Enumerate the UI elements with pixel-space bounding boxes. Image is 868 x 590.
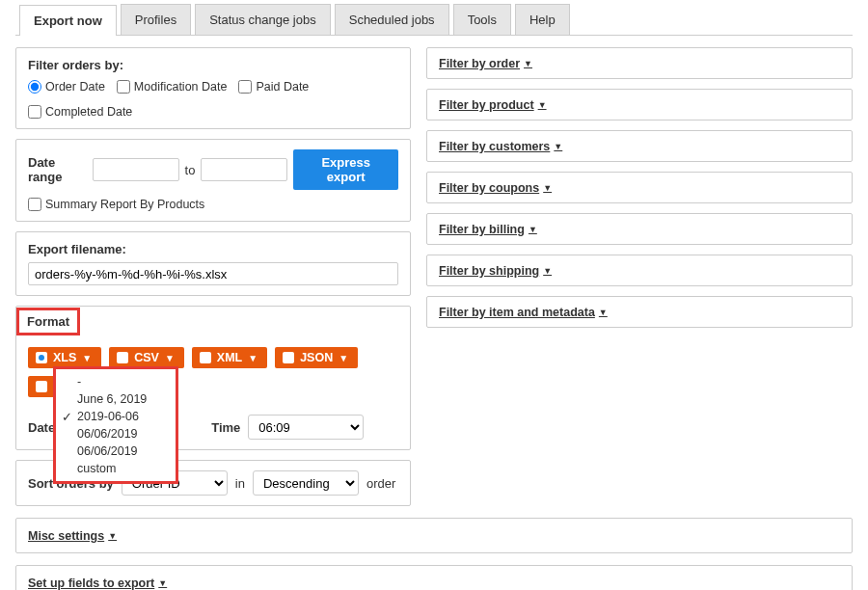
radio-paid-date-input[interactable] xyxy=(238,80,252,94)
setup-fields-label: Set up fields to export xyxy=(28,577,154,590)
tab-status-change[interactable]: Status change jobs xyxy=(195,4,331,35)
radio-order-date-label: Order Date xyxy=(45,80,105,94)
caret-down-icon: ▼ xyxy=(158,578,167,588)
date-range-to: to xyxy=(185,163,196,177)
filter-by-order[interactable]: Filter by order▼ xyxy=(426,47,853,79)
date-from-input[interactable] xyxy=(93,158,179,181)
filter-by-customers-label: Filter by customers xyxy=(439,140,550,153)
filter-by-billing[interactable]: Filter by billing▼ xyxy=(426,213,853,245)
filter-by-coupons-label: Filter by coupons xyxy=(439,181,539,195)
filter-by-product[interactable]: Filter by product▼ xyxy=(426,89,853,121)
format-json[interactable]: JSON▼ xyxy=(275,347,358,368)
tab-tools[interactable]: Tools xyxy=(453,4,511,35)
format-json-radio[interactable] xyxy=(283,352,294,363)
radio-modification-date-input[interactable] xyxy=(117,80,130,94)
filter-by-customers[interactable]: Filter by customers▼ xyxy=(426,130,853,162)
filter-by-shipping-label: Filter by shipping xyxy=(439,264,539,278)
radio-paid-date[interactable]: Paid Date xyxy=(238,80,309,94)
summary-report-input[interactable] xyxy=(28,198,41,211)
caret-down-icon: ▼ xyxy=(339,353,348,363)
main-tabs: Export now Profiles Status change jobs S… xyxy=(15,4,853,36)
filter-by-item-metadata-label: Filter by item and metadata xyxy=(439,306,595,319)
filter-by-order-label: Filter by order xyxy=(439,57,520,70)
express-export-button[interactable]: Express export xyxy=(293,149,398,190)
format-panel: Format XLS▼ CSV▼ XML▼ JSON▼ TSV▼ PDF - J… xyxy=(15,306,411,450)
dropdown-opt-2[interactable]: 2019-06-06 xyxy=(56,408,176,425)
summary-report-checkbox[interactable]: Summary Report By Products xyxy=(28,198,204,211)
setup-fields-panel[interactable]: Set up fields to export▼ xyxy=(15,565,853,590)
misc-settings-label: Misc settings xyxy=(28,529,104,543)
time-label: Time xyxy=(211,420,240,435)
export-filename-input[interactable] xyxy=(28,262,398,285)
radio-completed-date-input[interactable] xyxy=(28,105,41,119)
format-tsv-radio[interactable] xyxy=(36,381,47,392)
tab-profiles[interactable]: Profiles xyxy=(121,4,191,35)
date-range-panel: Date range to Express export Summary Rep… xyxy=(15,139,411,222)
radio-completed-date[interactable]: Completed Date xyxy=(28,105,132,119)
dropdown-opt-0[interactable]: - xyxy=(56,373,176,390)
caret-down-icon: ▼ xyxy=(538,100,547,110)
date-label: Date xyxy=(28,420,55,435)
format-csv-radio[interactable] xyxy=(117,352,128,363)
filter-orders-panel: Filter orders by: Order Date Modificatio… xyxy=(15,47,411,129)
caret-down-icon: ▼ xyxy=(543,266,552,276)
radio-order-date[interactable]: Order Date xyxy=(28,80,105,94)
format-title: Format xyxy=(16,308,80,335)
format-xml-label: XML xyxy=(217,351,242,364)
format-xml[interactable]: XML▼ xyxy=(192,347,267,368)
sort-dir-select[interactable]: Descending xyxy=(253,470,359,496)
caret-down-icon: ▼ xyxy=(543,183,552,193)
summary-report-label: Summary Report By Products xyxy=(45,198,204,211)
filter-by-shipping[interactable]: Filter by shipping▼ xyxy=(426,255,853,286)
caret-down-icon: ▼ xyxy=(165,353,175,363)
dropdown-opt-4[interactable]: 06/06/2019 xyxy=(56,442,176,460)
time-select[interactable]: 06:09 xyxy=(248,415,364,440)
caret-down-icon: ▼ xyxy=(554,142,562,151)
radio-paid-date-label: Paid Date xyxy=(256,80,309,94)
format-xls-label: XLS xyxy=(53,351,76,364)
format-csv[interactable]: CSV▼ xyxy=(109,347,184,368)
filter-by-product-label: Filter by product xyxy=(439,98,534,112)
dropdown-opt-1[interactable]: June 6, 2019 xyxy=(56,390,176,408)
dropdown-opt-5[interactable]: custom xyxy=(56,460,176,477)
filter-orders-label: Filter orders by: xyxy=(28,58,398,72)
format-xml-radio[interactable] xyxy=(200,352,211,363)
format-xls-radio[interactable] xyxy=(36,352,47,363)
tab-export-now[interactable]: Export now xyxy=(19,5,117,36)
filter-by-item-metadata[interactable]: Filter by item and metadata▼ xyxy=(426,296,853,328)
export-filename-label: Export filename: xyxy=(28,242,398,256)
tab-scheduled[interactable]: Scheduled jobs xyxy=(335,4,449,35)
format-xls[interactable]: XLS▼ xyxy=(28,347,101,368)
date-format-dropdown[interactable]: - June 6, 2019 2019-06-06 06/06/2019 06/… xyxy=(53,366,178,484)
dropdown-opt-3[interactable]: 06/06/2019 xyxy=(56,425,176,442)
caret-down-icon: ▼ xyxy=(524,59,532,68)
filter-by-billing-label: Filter by billing xyxy=(439,223,525,236)
tab-help[interactable]: Help xyxy=(515,4,570,35)
caret-down-icon: ▼ xyxy=(108,531,117,541)
radio-completed-date-label: Completed Date xyxy=(45,105,132,119)
date-to-input[interactable] xyxy=(201,158,287,181)
radio-order-date-input[interactable] xyxy=(28,80,41,94)
export-filename-panel: Export filename: xyxy=(15,231,411,296)
sort-suffix: order xyxy=(366,476,395,491)
caret-down-icon: ▼ xyxy=(248,353,258,363)
filter-by-coupons[interactable]: Filter by coupons▼ xyxy=(426,172,853,203)
misc-settings-panel[interactable]: Misc settings▼ xyxy=(15,518,853,553)
caret-down-icon: ▼ xyxy=(529,225,537,234)
caret-down-icon: ▼ xyxy=(599,308,608,317)
radio-modification-date-label: Modification Date xyxy=(134,80,228,94)
sort-in: in xyxy=(235,476,245,491)
format-json-label: JSON xyxy=(300,351,333,364)
date-range-label: Date range xyxy=(28,155,87,184)
format-csv-label: CSV xyxy=(134,351,159,364)
caret-down-icon: ▼ xyxy=(82,353,92,363)
radio-modification-date[interactable]: Modification Date xyxy=(117,80,228,94)
